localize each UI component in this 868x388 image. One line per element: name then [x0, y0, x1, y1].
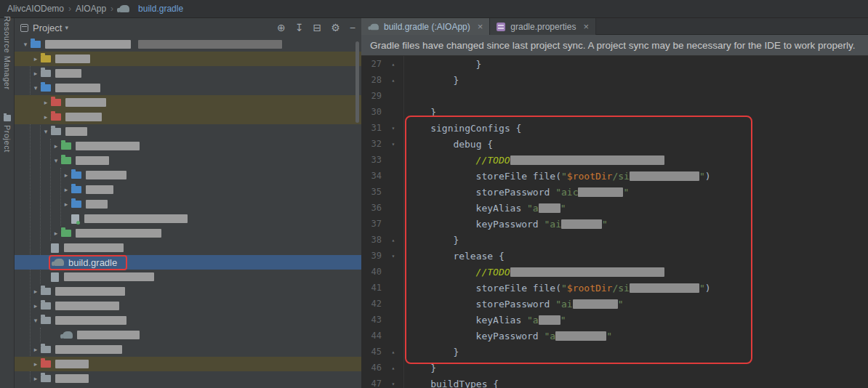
tree-chevron-right-icon[interactable]: ▸: [31, 55, 41, 62]
breadcrumb-item[interactable]: AIOApp: [76, 4, 106, 14]
line-number[interactable]: 35: [361, 187, 387, 197]
tree-chevron-right-icon[interactable]: ▸: [61, 171, 71, 179]
line-number[interactable]: 42: [361, 299, 387, 309]
tree-chevron-right-icon[interactable]: ▸: [31, 375, 41, 382]
tree-row[interactable]: ▸: [15, 299, 361, 313]
tree-row[interactable]: build.gradle: [15, 255, 361, 270]
editor-tab[interactable]: gradle.properties×: [490, 18, 596, 35]
code-line[interactable]: 31▾signingConfigs {: [361, 120, 868, 136]
tree-row[interactable]: ▸: [15, 52, 361, 66]
tree-row[interactable]: [15, 270, 361, 284]
line-number[interactable]: 45: [361, 347, 387, 357]
line-number[interactable]: 41: [361, 283, 387, 293]
code-line[interactable]: 33//TODO: [361, 152, 868, 168]
close-icon[interactable]: ×: [478, 21, 483, 32]
locate-file-icon[interactable]: ⊕: [277, 23, 286, 33]
code-line[interactable]: 42storePassword "ai": [361, 296, 868, 312]
tree-row[interactable]: ▸: [15, 284, 361, 299]
collapse-all-icon[interactable]: ⊟: [313, 23, 322, 33]
fold-marker-icon[interactable]: ▾: [387, 141, 399, 147]
fold-marker-icon[interactable]: ▴: [387, 349, 399, 355]
tree-chevron-right-icon[interactable]: ▸: [31, 288, 41, 295]
line-number[interactable]: 43: [361, 315, 387, 325]
tree-row[interactable]: ▾: [15, 313, 361, 328]
close-icon[interactable]: ×: [583, 21, 589, 32]
tree-chevron-right-icon[interactable]: ▸: [51, 230, 61, 237]
tree-row[interactable]: ▸: [15, 168, 361, 182]
fold-marker-icon[interactable]: ▴: [387, 77, 399, 84]
tree-row[interactable]: [15, 241, 361, 255]
line-number[interactable]: 30: [361, 107, 387, 117]
chevron-down-icon[interactable]: ▾: [65, 24, 68, 31]
tree-chevron-right-icon[interactable]: ▸: [41, 99, 51, 106]
line-number[interactable]: 29: [361, 91, 387, 101]
line-number[interactable]: 46: [361, 363, 387, 373]
code-line[interactable]: 43keyAlias "a": [361, 312, 868, 328]
line-number[interactable]: 32: [361, 139, 387, 149]
line-number[interactable]: 31: [361, 123, 387, 133]
code-line[interactable]: 38▴}: [361, 232, 868, 248]
code-line[interactable]: 40//TODO: [361, 264, 868, 280]
tree-chevron-right-icon[interactable]: ▸: [31, 70, 41, 77]
project-view-selector[interactable]: Project: [33, 23, 62, 33]
tree-row[interactable]: ▾: [15, 124, 361, 139]
code-line[interactable]: 28▴}: [361, 72, 868, 88]
tree-chevron-down-icon[interactable]: ▾: [31, 84, 41, 92]
tool-button-project[interactable]: Project: [0, 115, 15, 153]
tree-row[interactable]: ▸: [15, 226, 361, 241]
code-line[interactable]: 32▾debug {: [361, 136, 868, 152]
scroll-from-source-icon[interactable]: ↧: [295, 23, 304, 33]
hide-panel-icon[interactable]: −: [350, 23, 355, 33]
tree-chevron-down-icon[interactable]: ▾: [41, 128, 51, 135]
tree-chevron-right-icon[interactable]: ▸: [31, 360, 41, 368]
tree-row[interactable]: ▸: [15, 197, 361, 211]
line-number[interactable]: 27: [361, 59, 387, 69]
fold-marker-icon[interactable]: ▴: [387, 61, 399, 68]
code-line[interactable]: 27▴}: [361, 56, 868, 72]
line-number[interactable]: 47: [361, 379, 387, 388]
tree-chevron-right-icon[interactable]: ▸: [61, 201, 71, 208]
line-number[interactable]: 37: [361, 219, 387, 229]
settings-gear-icon[interactable]: ⚙: [331, 23, 340, 33]
code-line[interactable]: 47▾buildTypes {: [361, 376, 868, 388]
line-number[interactable]: 34: [361, 171, 387, 181]
line-number[interactable]: 40: [361, 267, 387, 277]
line-number[interactable]: 33: [361, 155, 387, 165]
code-line[interactable]: 34storeFile file("$rootDir/si"): [361, 168, 868, 184]
fold-marker-icon[interactable]: ▾: [387, 125, 399, 132]
line-number[interactable]: 44: [361, 331, 387, 341]
code-line[interactable]: 35storePassword "aic": [361, 184, 868, 200]
fold-marker-icon[interactable]: ▴: [387, 237, 399, 243]
tree-row[interactable]: ▸: [15, 371, 361, 386]
breadcrumb-item[interactable]: build.gradle: [138, 4, 183, 14]
code-line[interactable]: 37keyPassword "ai": [361, 216, 868, 232]
fold-marker-icon[interactable]: ▾: [387, 253, 399, 259]
tree-chevron-right-icon[interactable]: ▸: [51, 142, 61, 150]
tree-row[interactable]: ▾: [15, 81, 361, 95]
tree-chevron-down-icon[interactable]: ▾: [51, 157, 61, 164]
code-line[interactable]: 44keyPassword "a": [361, 328, 868, 344]
code-line[interactable]: 30}: [361, 104, 868, 120]
tree-row[interactable]: ▸: [15, 66, 361, 81]
tree-chevron-right-icon[interactable]: ▸: [31, 302, 41, 310]
tree-row[interactable]: ▸: [15, 95, 361, 110]
tree-chevron-right-icon[interactable]: ▸: [31, 346, 41, 353]
tree-row[interactable]: ▸: [15, 342, 361, 357]
tree-row[interactable]: [15, 211, 361, 226]
scrollbar[interactable]: [355, 41, 359, 123]
tree-row[interactable]: ▾: [15, 153, 361, 168]
fold-marker-icon[interactable]: ▾: [387, 381, 399, 387]
tree-chevron-down-icon[interactable]: ▾: [31, 317, 41, 324]
line-number[interactable]: 39: [361, 251, 387, 261]
code-line[interactable]: 39▾release {: [361, 248, 868, 264]
line-number[interactable]: 36: [361, 203, 387, 213]
tree-chevron-right-icon[interactable]: ▸: [61, 186, 71, 193]
fold-marker-icon[interactable]: ▴: [387, 365, 399, 371]
breadcrumb-item[interactable]: AlivcAIODemo: [7, 4, 64, 14]
code-line[interactable]: 36keyAlias "a": [361, 200, 868, 216]
code-line[interactable]: 46▴}: [361, 360, 868, 376]
code-line[interactable]: 45▴}: [361, 344, 868, 360]
tree-row[interactable]: [15, 328, 361, 342]
tree-row[interactable]: ▸: [15, 182, 361, 197]
tree-chevron-right-icon[interactable]: ▸: [41, 113, 51, 121]
